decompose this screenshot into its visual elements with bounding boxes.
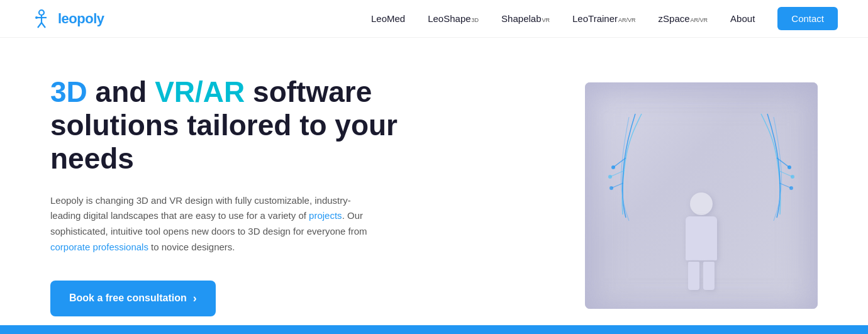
svg-point-6: [611, 165, 615, 169]
cta-button[interactable]: Book a free consultation ›: [50, 281, 216, 316]
svg-line-4: [42, 23, 45, 28]
navbar: leopoly LeoMed LeoShape3D ShapelabVR Leo…: [0, 0, 868, 38]
nav-link-leoshape[interactable]: LeoShape3D: [428, 13, 479, 24]
svg-point-10: [791, 175, 794, 179]
headline-3d: 3D: [50, 75, 87, 108]
hero-description: Leopoly is changing 3D and VR design wit…: [50, 193, 377, 255]
headline-and: and: [87, 75, 155, 108]
bottom-bar: [0, 325, 868, 334]
leopoly-logo-icon: [30, 8, 53, 30]
nav-link-shapelab[interactable]: ShapelabVR: [501, 13, 550, 24]
cta-arrow-icon: ›: [193, 292, 197, 305]
corporate-link[interactable]: corporate professionals: [50, 242, 148, 252]
figure-body: [686, 216, 717, 260]
wire-arm-left-icon: [604, 108, 648, 233]
hero-section: 3D and VR/AR softwaresolutions tailored …: [0, 38, 868, 334]
nav-links: LeoMed LeoShape3D ShapelabVR LeoTrainerA…: [371, 7, 838, 30]
hero-figure: [686, 192, 717, 290]
figure-leg-left: [688, 262, 699, 290]
nav-link-zspace[interactable]: zSpaceAR/VR: [659, 13, 708, 24]
hero-headline: 3D and VR/AR softwaresolutions tailored …: [50, 75, 403, 175]
logo[interactable]: leopoly: [30, 8, 104, 30]
hero-left: 3D and VR/AR softwaresolutions tailored …: [50, 75, 403, 316]
projects-link[interactable]: projects: [309, 210, 342, 221]
svg-line-3: [38, 23, 42, 28]
hero-image: [585, 82, 818, 309]
nav-link-about[interactable]: About: [730, 13, 755, 24]
svg-point-8: [609, 186, 613, 190]
logo-text: leopoly: [58, 11, 104, 27]
cta-label: Book a free consultation: [69, 292, 187, 304]
contact-button[interactable]: Contact: [777, 7, 838, 30]
headline-vrar: VR/AR: [155, 75, 245, 108]
svg-point-0: [39, 10, 44, 15]
wire-arm-right-icon: [755, 108, 799, 233]
figure-leg-right: [703, 262, 715, 290]
figure-head: [690, 192, 713, 215]
svg-point-11: [789, 186, 793, 190]
svg-point-9: [787, 165, 791, 169]
nav-link-leomed[interactable]: LeoMed: [371, 13, 405, 24]
svg-point-5: [35, 16, 38, 19]
figure-legs: [688, 262, 715, 290]
nav-link-leotrainer[interactable]: LeoTrainerAR/VR: [572, 13, 636, 24]
svg-point-7: [608, 175, 612, 179]
